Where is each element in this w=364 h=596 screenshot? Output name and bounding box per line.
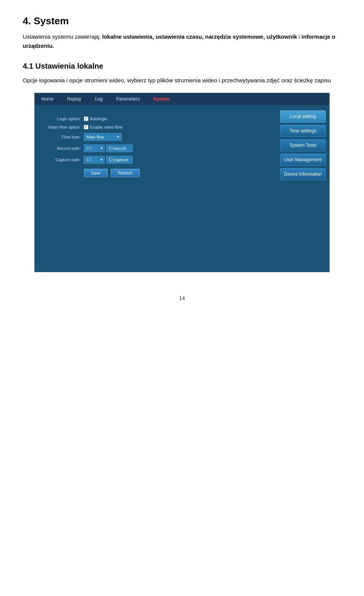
refresh-button[interactable]: Refresh: [111, 169, 140, 177]
record-path-group: C:\ ▼ C:\record: [84, 145, 133, 152]
enable-video-flow-checkbox[interactable]: [84, 125, 88, 129]
flow-type-label: Flow type:: [42, 135, 84, 139]
autologin-checkbox[interactable]: [84, 116, 88, 121]
sidebar-btn-time-settings[interactable]: Time settings: [280, 125, 326, 137]
form-btn-group: Save Refresh: [84, 169, 269, 177]
sidebar-btn-user-management[interactable]: User Management: [280, 154, 326, 166]
record-drive-arrow: ▼: [100, 146, 103, 150]
login-option-value-wrap: Autologin: [84, 116, 107, 121]
record-path-row: Record path: C:\ ▼ C:\record: [42, 145, 269, 152]
form-container: Login option: Autologin Video flow optio…: [42, 113, 269, 181]
top-nav: Home Replay Log Parameters System: [35, 93, 329, 105]
record-path-drive-select[interactable]: C:\ ▼: [84, 145, 105, 152]
section-intro: Ustawienia systemu zawierają: lokalne us…: [23, 32, 341, 50]
video-flow-label: Video flow option:: [42, 125, 84, 129]
flow-type-row: Flow type: Main flow ▼: [42, 133, 269, 141]
record-path-label: Record path:: [42, 146, 84, 151]
sidebar-btn-device-information[interactable]: Device Information: [280, 168, 326, 180]
record-path-full-text: C:\record: [106, 145, 133, 152]
capture-path-full-text: C:\capture: [106, 156, 133, 164]
right-sidebar: Local setting Time settings System Tools…: [276, 105, 329, 272]
login-option-label: Login option:: [42, 116, 84, 121]
video-flow-value-wrap: Enable video flow: [84, 125, 122, 129]
subsection-desc: Opcje logowania i opcje strumieni wideo,…: [23, 76, 341, 85]
section-title: 4. System: [23, 15, 341, 27]
capture-drive-arrow: ▼: [100, 158, 103, 162]
sidebar-btn-local-setting[interactable]: Local setting: [280, 110, 326, 123]
page-content: 4. System Ustawienia systemu zawierają: …: [23, 15, 341, 301]
screenshot-container: Home Replay Log Parameters System Login …: [34, 93, 330, 272]
enable-video-flow-label: Enable video flow: [90, 125, 122, 129]
capture-path-group: C:\ ▼ C:\capture: [84, 156, 133, 164]
flow-type-select[interactable]: Main flow ▼: [84, 133, 122, 141]
login-option-row: Login option: Autologin: [42, 116, 269, 121]
video-flow-row: Video flow option: Enable video flow: [42, 125, 269, 129]
capture-path-label: Capture path:: [42, 157, 84, 162]
page-number: 14: [23, 295, 341, 301]
flow-type-arrow: ▼: [116, 135, 120, 139]
save-button[interactable]: Save: [84, 169, 108, 177]
nav-tab-log[interactable]: Log: [88, 94, 109, 104]
main-area: Login option: Autologin Video flow optio…: [35, 105, 329, 272]
nav-tab-parameters[interactable]: Parameters: [109, 94, 146, 104]
nav-tab-home[interactable]: Home: [35, 94, 60, 104]
autologin-label: Autologin: [90, 116, 107, 121]
capture-path-row: Capture path: C:\ ▼ C:\capture: [42, 156, 269, 164]
nav-tab-replay[interactable]: Replay: [60, 94, 88, 104]
subsection-title: 4.1 Ustawienia lokalne: [23, 62, 341, 71]
sidebar-btn-system-tools[interactable]: System Tools: [280, 139, 326, 151]
capture-path-drive-select[interactable]: C:\ ▼: [84, 156, 105, 164]
nav-tab-system[interactable]: System: [146, 94, 176, 104]
left-panel: Login option: Autologin Video flow optio…: [35, 105, 276, 272]
